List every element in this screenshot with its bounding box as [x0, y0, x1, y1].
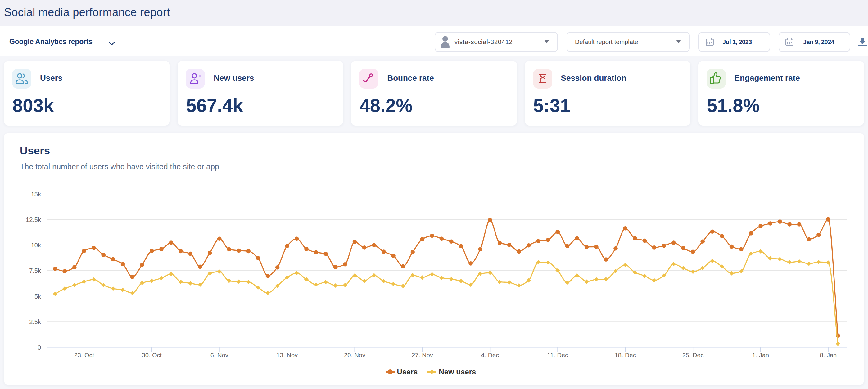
svg-text:2.5k: 2.5k [29, 318, 41, 325]
svg-text:6. Nov: 6. Nov [211, 352, 228, 359]
svg-text:25. Dec: 25. Dec [682, 352, 704, 359]
svg-text:1. Jan: 1. Jan [752, 352, 769, 359]
svg-text:0: 0 [37, 344, 41, 351]
svg-text:4. Dec: 4. Dec [481, 352, 499, 359]
svg-text:5k: 5k [34, 293, 41, 300]
svg-text:30. Oct: 30. Oct [142, 352, 162, 359]
svg-text:27. Nov: 27. Nov [412, 352, 433, 359]
svg-text:20. Nov: 20. Nov [344, 352, 365, 359]
svg-text:13. Nov: 13. Nov [276, 352, 298, 359]
svg-text:18. Dec: 18. Dec [615, 352, 636, 359]
svg-text:10k: 10k [31, 242, 41, 249]
svg-text:23. Oct: 23. Oct [74, 352, 94, 359]
svg-text:11. Dec: 11. Dec [547, 352, 568, 359]
svg-text:8. Jan: 8. Jan [820, 352, 837, 359]
svg-text:12.5k: 12.5k [26, 216, 41, 223]
svg-text:7.5k: 7.5k [29, 267, 41, 274]
svg-text:15k: 15k [31, 191, 41, 198]
